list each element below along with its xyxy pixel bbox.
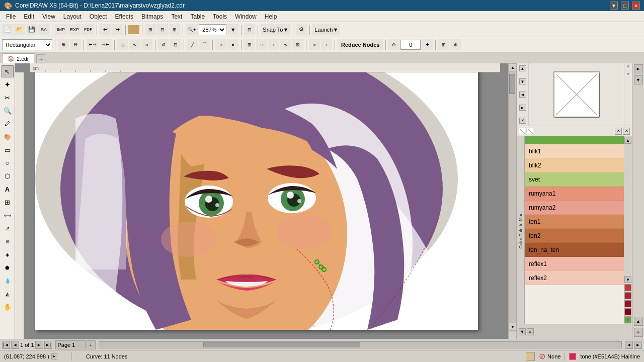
dimensions-tool-button[interactable]: ⟺ (2, 209, 14, 221)
palette-item-ten1[interactable]: ten1 (525, 215, 624, 229)
palette-item-svet[interactable]: svet (525, 172, 624, 187)
reduce-nodes-plus[interactable]: + (422, 39, 433, 50)
horizontal-scroll-thumb[interactable] (203, 342, 360, 347)
palette-scroll-up[interactable]: ▲ (624, 137, 631, 144)
scroll-down-button[interactable]: ▼ (509, 323, 517, 331)
tab-document[interactable]: 🏠 2.cdr (2, 53, 34, 63)
darker-red-swatch[interactable] (624, 300, 631, 307)
close-curve-button[interactable]: ○ (215, 39, 226, 50)
reflect-node-h[interactable]: ↔ (256, 39, 267, 50)
palette-item-blik2[interactable]: blik2 (525, 158, 624, 172)
zoom-level-select[interactable]: 287% (199, 24, 226, 35)
reduce-nodes-button[interactable]: Reduce Nodes (338, 39, 383, 50)
line-segment-button[interactable]: ╱ (187, 39, 198, 50)
redo-button[interactable]: ↪ (112, 24, 123, 35)
node-align-distribute[interactable]: ⊞ (244, 39, 255, 50)
red-swatch[interactable] (624, 284, 631, 291)
menu-bitmaps[interactable]: Bitmaps (137, 12, 167, 21)
menu-object[interactable]: Object (86, 12, 111, 21)
reduce-nodes-value[interactable] (400, 40, 421, 50)
node-type-smooth[interactable]: ∿ (129, 39, 140, 50)
select-all-nodes-button[interactable]: ⊠ (292, 39, 303, 50)
reverse-subpath-button[interactable]: ↺ (158, 39, 169, 50)
artistic-media-button[interactable]: 🎨 (2, 131, 14, 143)
zoom-dropdown-button[interactable]: ▼ (227, 24, 238, 35)
elastic-mode-button[interactable]: ∿ (280, 39, 291, 50)
menu-table[interactable]: Table (186, 12, 209, 21)
blend-tool-button[interactable]: ⊛ (2, 235, 14, 247)
save-as-button[interactable]: SA (38, 24, 49, 35)
export-button[interactable]: EXP (68, 24, 81, 35)
panel-collapse-button[interactable]: ▼ (625, 70, 632, 77)
palette-nav-down-button[interactable]: ▼ (519, 328, 526, 335)
crop-tool-button[interactable]: ✂ (2, 92, 14, 104)
palette-nav-dbl-right-button[interactable]: » (527, 328, 534, 335)
save-button[interactable]: 💾 (26, 24, 37, 35)
import-button[interactable]: IMP (55, 24, 67, 35)
fill-indicator[interactable] (526, 352, 535, 361)
palette-x2-button[interactable]: ✕ (623, 128, 630, 135)
nav-next-button[interactable]: ► (519, 105, 526, 111)
curve-segment-button[interactable]: ⌒ (199, 39, 210, 50)
rectangle-tool-button[interactable]: ▭ (2, 144, 14, 156)
table-tool-button[interactable]: ⊞ (2, 196, 14, 208)
menu-file[interactable]: File (2, 12, 20, 21)
menu-layout[interactable]: Layout (59, 12, 86, 21)
active-color-swatch[interactable] (525, 136, 624, 144)
options-button[interactable]: ⚙ (296, 24, 307, 35)
reduce-nodes-icon[interactable]: ⊖ (388, 39, 399, 50)
next-page-button[interactable]: ► (35, 341, 43, 349)
zoom-tool-button[interactable]: 🔍 (2, 105, 14, 117)
nav-close-button[interactable]: ✕ (519, 118, 526, 124)
remove-node-button[interactable]: ⊖ (70, 39, 81, 50)
menu-help[interactable]: Help (261, 12, 281, 21)
interactive-fill-button[interactable]: ◭ (2, 288, 14, 300)
maximize-button[interactable]: □ (621, 2, 629, 10)
view-mode-button[interactable] (128, 25, 139, 34)
scroll-up-button[interactable]: ▲ (509, 63, 517, 71)
palette-item-reflex1[interactable]: reflex1 (525, 257, 624, 271)
break-nodes-button[interactable]: ⊣⊢ (100, 39, 112, 50)
snap-align-button[interactable]: ⊞ (145, 24, 156, 35)
ellipse-tool-button[interactable]: ○ (2, 157, 14, 169)
dynamic-guides-button[interactable]: ⊟ (157, 24, 168, 35)
menu-window[interactable]: Window (231, 12, 261, 21)
smart-fill-button[interactable]: ⬟ (2, 261, 14, 274)
menu-effects[interactable]: Effects (111, 12, 137, 21)
palette-item-reflex2[interactable]: reflex2 (525, 271, 624, 285)
undo-button[interactable]: ↩ (100, 24, 111, 35)
fit-page-button[interactable]: ⊡ (244, 24, 255, 35)
nav-prev-button[interactable]: ◄ (519, 92, 526, 98)
join-nodes-button[interactable]: ⊢⊣ (87, 39, 99, 50)
far-right-btn2[interactable]: ▼ (634, 75, 643, 84)
add-node-button[interactable]: ⊕ (58, 39, 69, 50)
darkest-red-swatch[interactable] (624, 308, 631, 315)
select-tool-button[interactable]: ↖ (2, 65, 14, 77)
node-type-symmetrical[interactable]: ≈ (141, 39, 152, 50)
palette-item-blik1[interactable]: blik1 (525, 144, 624, 158)
dropper-tool-button[interactable]: 💧 (2, 275, 14, 287)
menu-view[interactable]: View (38, 12, 59, 21)
connector-tool-button[interactable]: ↗ (2, 222, 14, 234)
coord-expand-button[interactable]: ► (51, 353, 57, 359)
nav-up-button[interactable]: ▲ (519, 65, 526, 71)
minimize-button[interactable]: ▼ (610, 2, 618, 10)
last-page-button[interactable]: ►| (44, 341, 52, 349)
scroll-thumb-vertical[interactable] (509, 74, 515, 94)
menu-edit[interactable]: Edit (20, 12, 38, 21)
nav-down-button[interactable]: ▼ (519, 78, 526, 84)
text-tool-button[interactable]: A (2, 183, 14, 195)
dark-red-swatch[interactable] (624, 292, 631, 299)
menu-text[interactable]: Text (167, 12, 186, 21)
node-type-cusp[interactable]: ◇ (117, 39, 128, 50)
palette-item-ten2[interactable]: ten2 (525, 229, 624, 243)
far-right-btn1[interactable]: ► (634, 64, 643, 73)
new-button[interactable]: 📄 (2, 24, 13, 35)
smooth-curve-button[interactable]: ≈ (309, 39, 320, 50)
add-page-button[interactable]: + (87, 340, 96, 349)
table-button[interactable]: ⊞ (169, 24, 180, 35)
far-right-btn4[interactable]: » (634, 328, 643, 337)
panel-close-x-button[interactable]: ✕ (625, 63, 632, 70)
polygon-tool-button[interactable]: ⬡ (2, 170, 14, 182)
canvas-area[interactable]: cm (15, 63, 508, 339)
